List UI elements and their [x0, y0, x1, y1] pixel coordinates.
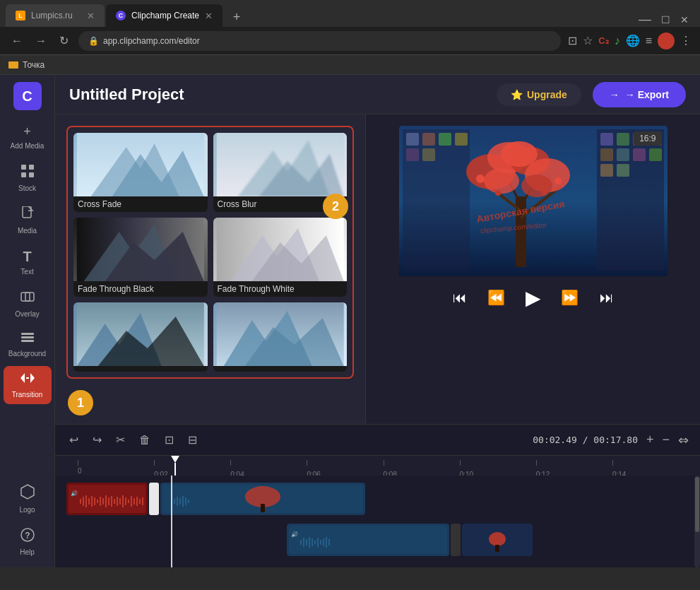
vertical-scrollbar[interactable]: [694, 476, 700, 567]
address-input[interactable]: 🔒 app.clipchamp.com/editor: [78, 31, 561, 51]
bookmark-label[interactable]: Точка: [23, 60, 45, 70]
lumpics-favicon: L: [16, 11, 25, 20]
sidebar-item-background[interactable]: Background: [4, 326, 52, 363]
transition-card-fade-black[interactable]: Fade Through Black: [73, 218, 208, 297]
export-button[interactable]: → → Export: [593, 82, 686, 107]
sidebar-item-help[interactable]: ? Help: [4, 522, 52, 562]
profile-avatar[interactable]: [658, 33, 675, 49]
zoom-out-button[interactable]: −: [662, 432, 670, 447]
tab-lumpics-close[interactable]: ✕: [87, 11, 95, 21]
browser-chrome: L Lumpics.ru ✕ C Clipchamp Create ✕ + — …: [0, 0, 700, 75]
refresh-button[interactable]: ↻: [57, 31, 71, 50]
star-icon: ⭐: [511, 89, 523, 100]
copy-button[interactable]: ⊡: [162, 430, 177, 449]
forward-button[interactable]: →: [32, 32, 49, 50]
close-button[interactable]: ✕: [680, 14, 689, 25]
svg-rect-34: [617, 133, 629, 146]
track-area: 🔊: [55, 476, 700, 567]
sidebar-item-media[interactable]: Media: [4, 201, 52, 240]
fit-button[interactable]: ⇔: [678, 432, 689, 448]
svg-point-61: [501, 141, 538, 167]
preview-scene: Авторская версия clipchamp.com/editor: [399, 126, 668, 276]
app-container: C + Add Media Stock Media T Text Overla: [0, 75, 700, 567]
transition-card-fade-white[interactable]: Fade Through White: [213, 218, 348, 297]
transition-5-label: [73, 366, 208, 372]
transition-icon: [20, 372, 35, 388]
timeline-ruler: 0 0:02 0:04 0:06: [55, 456, 700, 476]
clip-3[interactable]: 🔊: [287, 524, 449, 556]
zoom-in-button[interactable]: +: [646, 432, 654, 447]
screen-capture-icon[interactable]: ⊡: [568, 34, 577, 47]
sidebar-item-transition[interactable]: Transition: [4, 366, 52, 404]
fade-black-thumbnail: [73, 218, 208, 281]
svg-rect-46: [439, 133, 451, 146]
extension-icon-1[interactable]: C₂: [598, 35, 608, 46]
svg-rect-44: [406, 133, 419, 146]
address-bar: ← → ↻ 🔒 app.clipchamp.com/editor ⊡ ☆ C₂ …: [0, 27, 700, 55]
tab-clipchamp-close[interactable]: ✕: [205, 11, 213, 21]
sidebar-item-logo[interactable]: Logo: [4, 478, 52, 519]
clip-2[interactable]: [160, 483, 365, 515]
transition-card-cross-fade[interactable]: Cross Fade: [73, 133, 208, 212]
rewind-button[interactable]: ⏪: [484, 285, 509, 310]
back-button[interactable]: ←: [8, 32, 25, 50]
ruler-track: 0 0:02 0:04 0:06: [66, 456, 700, 476]
sidebar-item-text[interactable]: T Text: [4, 243, 52, 281]
fade-white-thumbnail: [213, 218, 348, 281]
address-text: app.clipchamp.com/editor: [103, 36, 200, 46]
fade-white-label: Fade Through White: [213, 281, 348, 297]
clip-4[interactable]: [462, 524, 533, 556]
overlay-icon: [20, 290, 35, 307]
ruler-tick: [384, 460, 384, 466]
playhead[interactable]: [171, 456, 179, 476]
clip-1[interactable]: 🔊: [66, 483, 148, 515]
menu-icon[interactable]: ⋮: [680, 34, 692, 47]
delete-button[interactable]: 🗑: [136, 431, 153, 449]
fast-forward-button[interactable]: ⏩: [557, 285, 583, 310]
maximize-button[interactable]: ☐: [661, 14, 670, 25]
svg-rect-3: [29, 172, 34, 177]
undo-button[interactable]: ↩: [66, 430, 81, 449]
upgrade-button[interactable]: ⭐ Upgrade: [497, 83, 581, 106]
extension-icon-3[interactable]: 🌐: [626, 34, 640, 47]
transitions-grid: Cross Fade: [66, 126, 354, 379]
extension-icon-2[interactable]: ♪: [615, 35, 620, 47]
minimize-button[interactable]: —: [639, 12, 651, 27]
bookmark-bar: Точка: [0, 55, 700, 75]
editor-header: Untitled Project ⭐ Upgrade → → Export: [55, 75, 700, 114]
svg-point-59: [484, 168, 519, 194]
transition-card-6[interactable]: [213, 302, 348, 372]
svg-text:?: ?: [25, 531, 30, 541]
transition-6-thumbnail: [213, 302, 348, 366]
svg-rect-47: [455, 133, 468, 146]
playback-controls: ⏮ ⏪ ▶ ⏩ ⏭: [447, 285, 619, 310]
redo-button[interactable]: ↪: [90, 430, 105, 449]
cross-blur-thumbnail: [213, 133, 348, 196]
project-title[interactable]: Untitled Project: [69, 85, 485, 104]
add-media-label: Add Media: [11, 142, 45, 150]
clipchamp-logo[interactable]: C: [13, 82, 42, 110]
tab-lumpics[interactable]: L Lumpics.ru ✕: [6, 4, 105, 27]
sidebar-item-add-media[interactable]: + Add Media: [4, 119, 52, 155]
skip-end-button[interactable]: ⏭: [594, 285, 619, 310]
transition-card-5[interactable]: [73, 302, 208, 372]
extension-icon-4[interactable]: ≡: [646, 35, 652, 47]
play-button[interactable]: ▶: [521, 285, 546, 310]
paste-button[interactable]: ⊟: [185, 430, 200, 449]
tab-clipchamp-label: Clipchamp Create: [131, 11, 199, 20]
cross-fade-label: Cross Fade: [73, 196, 208, 212]
cut-button[interactable]: ✂: [113, 430, 128, 449]
new-tab-button[interactable]: +: [227, 7, 247, 27]
sidebar-item-stock[interactable]: Stock: [4, 158, 52, 198]
transition-gap-1[interactable]: [149, 483, 159, 515]
help-label: Help: [20, 548, 35, 556]
sidebar-item-overlay[interactable]: Overlay: [4, 284, 52, 324]
bookmark-icon[interactable]: ☆: [583, 34, 593, 47]
scrollbar-thumb: [695, 477, 699, 532]
skip-start-button[interactable]: ⏮: [447, 285, 473, 310]
svg-rect-8: [21, 336, 34, 338]
svg-rect-1: [29, 165, 34, 170]
svg-rect-49: [422, 148, 435, 161]
tab-clipchamp[interactable]: C Clipchamp Create ✕: [106, 4, 223, 27]
transition-gap-2[interactable]: [451, 524, 461, 556]
